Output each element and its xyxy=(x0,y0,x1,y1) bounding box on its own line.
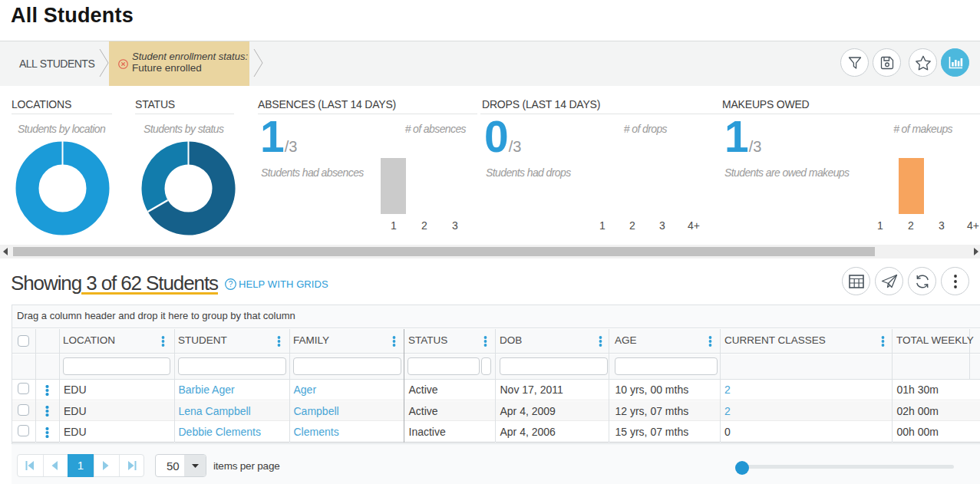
svg-text:?: ? xyxy=(229,280,233,288)
